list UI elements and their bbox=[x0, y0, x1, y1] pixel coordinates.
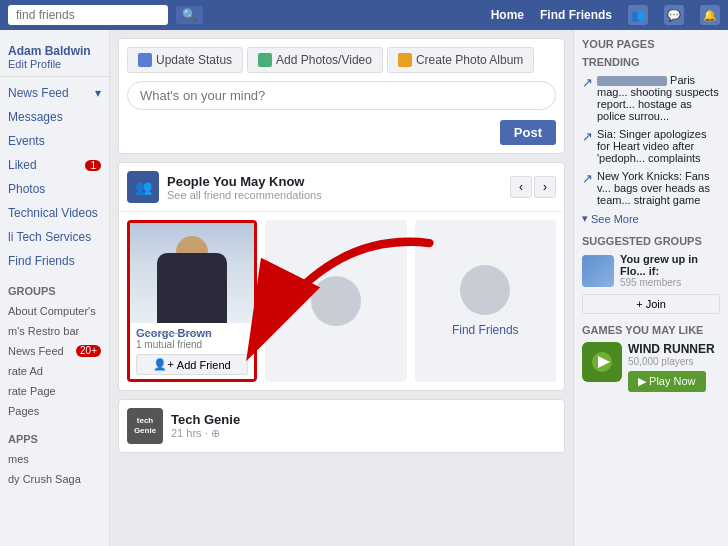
pymk-card-name: George Brown bbox=[136, 327, 248, 339]
pymk-navigation: ‹ › bbox=[510, 176, 556, 198]
search-input[interactable] bbox=[8, 5, 168, 25]
add-friend-icon: 👤+ bbox=[153, 358, 173, 371]
sidebar-item-candy-crush[interactable]: dy Crush Saga bbox=[0, 469, 109, 489]
pymk-prev-button[interactable]: ‹ bbox=[510, 176, 532, 198]
join-group-button[interactable]: + Join bbox=[582, 294, 720, 314]
group-name[interactable]: You grew up in Flo... if: bbox=[620, 253, 720, 277]
person-body bbox=[157, 253, 227, 323]
game-icon bbox=[582, 342, 622, 382]
status-input[interactable] bbox=[127, 81, 556, 110]
group-avatar bbox=[582, 255, 614, 287]
left-sidebar: Adam Baldwin Edit Profile News Feed ▾ Me… bbox=[0, 30, 110, 546]
nav-left: 🔍 bbox=[8, 5, 203, 25]
sidebar-item-liked[interactable]: Liked 1 bbox=[0, 153, 109, 177]
messages-icon[interactable]: 💬 bbox=[664, 5, 684, 25]
trending-item-1[interactable]: ↗ Paris mag... shooting suspects report.… bbox=[582, 74, 720, 122]
update-status-button[interactable]: Update Status bbox=[127, 47, 243, 73]
create-album-icon bbox=[398, 53, 412, 67]
post-meta: Tech Genie 21 hrs · ⊕ bbox=[171, 412, 240, 440]
suggested-group-item: You grew up in Flo... if: 595 members bbox=[582, 253, 720, 288]
friend-requests-icon[interactable]: 👥 bbox=[628, 5, 648, 25]
search-button[interactable]: 🔍 bbox=[176, 6, 203, 24]
home-link[interactable]: Home bbox=[491, 8, 524, 22]
sidebar-item-news-feed[interactable]: News Feed ▾ bbox=[0, 81, 109, 105]
pymk-card-ghost-1 bbox=[265, 220, 407, 382]
chevron-down-icon: ▾ bbox=[582, 212, 588, 225]
add-friend-button[interactable]: 👤+ Add Friend bbox=[136, 354, 248, 375]
play-now-button[interactable]: ▶ Play Now bbox=[628, 371, 706, 392]
pymk-title: People You May Know bbox=[167, 174, 322, 189]
notifications-icon[interactable]: 🔔 bbox=[700, 5, 720, 25]
trending-icon-1: ↗ bbox=[582, 75, 593, 90]
create-album-button[interactable]: Create Photo Album bbox=[387, 47, 534, 73]
pymk-icon: 👥 bbox=[127, 171, 159, 203]
top-navigation: 🔍 Home Find Friends 👥 💬 🔔 bbox=[0, 0, 728, 30]
game-name: WIND RUNNER bbox=[628, 342, 715, 356]
sidebar-item-rate-page[interactable]: rate Page bbox=[0, 381, 109, 401]
pymk-card-ghost-2[interactable]: Find Friends bbox=[415, 220, 557, 382]
find-friends-link[interactable]: Find Friends bbox=[540, 8, 612, 22]
main-layout: Adam Baldwin Edit Profile News Feed ▾ Me… bbox=[0, 30, 728, 546]
apps-section-label: APPS bbox=[0, 429, 109, 449]
people-you-may-know-section: 👥 People You May Know See all friend rec… bbox=[118, 162, 565, 391]
pymk-subtitle: See all friend recommendations bbox=[167, 189, 322, 201]
user-profile-section: Adam Baldwin Edit Profile bbox=[0, 38, 109, 77]
pymk-card-photo bbox=[130, 223, 254, 323]
person-photo bbox=[130, 223, 254, 323]
blurred-name-1 bbox=[597, 76, 667, 86]
ghost-avatar-2 bbox=[460, 265, 510, 315]
sidebar-item-games[interactable]: mes bbox=[0, 449, 109, 469]
sidebar-item-about-computers[interactable]: About Computer's bbox=[0, 301, 109, 321]
post-button[interactable]: Post bbox=[500, 120, 556, 145]
nav-right: Home Find Friends 👥 💬 🔔 bbox=[491, 5, 720, 25]
game-item: WIND RUNNER 50,000 players ▶ Play Now bbox=[582, 342, 720, 392]
group-members: 595 members bbox=[620, 277, 720, 288]
trending-icon-2: ↗ bbox=[582, 129, 593, 144]
sidebar-item-pages[interactable]: Pages bbox=[0, 401, 109, 421]
group-info: You grew up in Flo... if: 595 members bbox=[620, 253, 720, 288]
find-friends-label: Find Friends bbox=[452, 323, 519, 337]
center-feed: Update Status Add Photos/Video Create Ph… bbox=[110, 30, 573, 546]
sidebar-item-li-tech[interactable]: li Tech Services bbox=[0, 225, 109, 249]
sidebar-item-rate-ad[interactable]: rate Ad bbox=[0, 361, 109, 381]
edit-profile-link[interactable]: Edit Profile bbox=[8, 58, 101, 70]
pymk-header: 👥 People You May Know See all friend rec… bbox=[119, 163, 564, 212]
sidebar-item-messages[interactable]: Messages bbox=[0, 105, 109, 129]
sidebar-item-events[interactable]: Events bbox=[0, 129, 109, 153]
groups-section-label: GROUPS bbox=[0, 281, 109, 301]
pymk-card-info: George Brown 1 mutual friend 👤+ Add Frie… bbox=[130, 323, 254, 379]
pymk-card-featured: George Brown 1 mutual friend 👤+ Add Frie… bbox=[127, 220, 257, 382]
trending-item-2[interactable]: ↗ Sia: Singer apologizes for Heart video… bbox=[582, 128, 720, 164]
trending-title: TRENDING bbox=[582, 56, 720, 68]
liked-badge: 1 bbox=[85, 160, 101, 171]
pymk-titles: People You May Know See all friend recom… bbox=[167, 174, 322, 201]
post-avatar: tech Genie bbox=[127, 408, 163, 444]
pymk-card-mutual: 1 mutual friend bbox=[136, 339, 248, 350]
sidebar-item-technical-videos[interactable]: Technical Videos bbox=[0, 201, 109, 225]
pymk-next-button[interactable]: › bbox=[534, 176, 556, 198]
news-feed-badge: 20+ bbox=[76, 345, 101, 357]
pymk-cards-container: George Brown 1 mutual friend 👤+ Add Frie… bbox=[119, 212, 564, 390]
post-page-name[interactable]: Tech Genie bbox=[171, 412, 240, 427]
sidebar-item-photos[interactable]: Photos bbox=[0, 177, 109, 201]
status-actions-bar: Update Status Add Photos/Video Create Ph… bbox=[127, 47, 556, 73]
trending-item-3[interactable]: ↗ New York Knicks: Fans v... bags over h… bbox=[582, 170, 720, 206]
see-more-trending[interactable]: ▾ See More bbox=[582, 212, 720, 225]
add-photos-button[interactable]: Add Photos/Video bbox=[247, 47, 383, 73]
sidebar-item-news-feed-group[interactable]: News Feed 20+ bbox=[0, 341, 109, 361]
user-name[interactable]: Adam Baldwin bbox=[8, 44, 101, 58]
your-pages-title: YOUR PAGES bbox=[582, 38, 720, 50]
update-status-icon bbox=[138, 53, 152, 67]
suggested-groups-title: SUGGESTED GROUPS bbox=[582, 235, 720, 247]
game-info: WIND RUNNER 50,000 players ▶ Play Now bbox=[628, 342, 715, 392]
sidebar-item-restro-bar[interactable]: m's Restro bar bbox=[0, 321, 109, 341]
right-sidebar: YOUR PAGES TRENDING ↗ Paris mag... shoot… bbox=[573, 30, 728, 546]
games-title: GAMES YOU MAY LIKE bbox=[582, 324, 720, 336]
status-composer: Update Status Add Photos/Video Create Ph… bbox=[118, 38, 565, 154]
sidebar-item-find-friends[interactable]: Find Friends bbox=[0, 249, 109, 273]
post-time: 21 hrs · ⊕ bbox=[171, 427, 240, 440]
add-photos-icon bbox=[258, 53, 272, 67]
post-tech-genie: tech Genie Tech Genie 21 hrs · ⊕ bbox=[118, 399, 565, 453]
trending-icon-3: ↗ bbox=[582, 171, 593, 186]
game-players: 50,000 players bbox=[628, 356, 715, 367]
